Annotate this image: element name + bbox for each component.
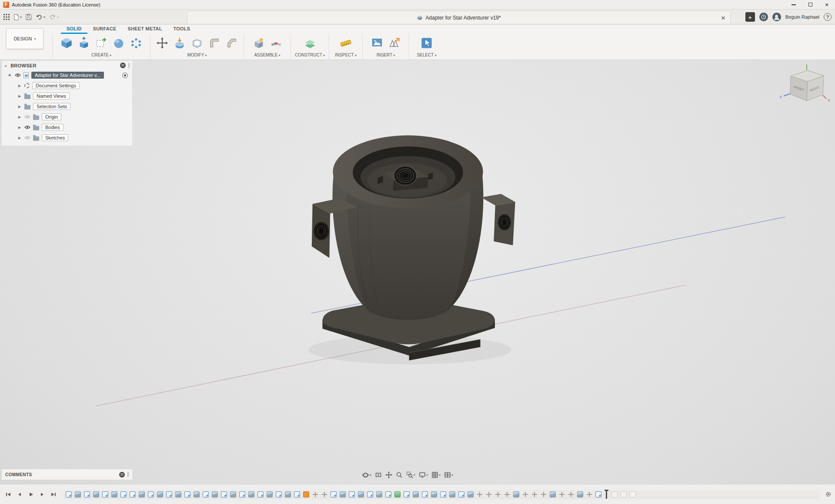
browser-item[interactable]: ▶ Origin — [2, 112, 132, 122]
group-label-insert[interactable]: INSERT — [377, 53, 395, 57]
expand-arrow-icon[interactable]: ▶ — [17, 94, 22, 98]
timeline-feature-icon[interactable] — [321, 491, 327, 497]
timeline-feature-icon[interactable] — [358, 491, 364, 497]
expand-arrow-icon[interactable]: ▶ — [17, 126, 22, 129]
browser-header[interactable]: « BROWSER — [2, 61, 132, 70]
timeline-feature-icon[interactable] — [267, 491, 273, 497]
document-tab[interactable]: Adapter for Star Adventurer v19* ✕ — [187, 11, 731, 24]
redo-icon[interactable]: ▾ — [49, 14, 59, 20]
timeline-feature-icon[interactable] — [568, 491, 574, 497]
insert-mesh-icon[interactable] — [387, 35, 402, 51]
timeline-feature-icon[interactable] — [413, 491, 419, 497]
move-icon[interactable] — [155, 35, 170, 51]
timeline-feature-icon[interactable] — [120, 491, 127, 497]
timeline-settings-gear-icon[interactable] — [825, 491, 832, 497]
group-label-construct[interactable]: CONSTRUCT — [295, 53, 325, 57]
press-pull-icon[interactable] — [172, 35, 187, 51]
group-label-inspect[interactable]: INSPECT — [335, 53, 357, 57]
pan-icon[interactable] — [385, 471, 392, 478]
zoom-icon[interactable] — [396, 471, 403, 478]
timeline-feature-icon[interactable] — [522, 491, 528, 497]
timeline-feature-icon[interactable] — [248, 491, 254, 497]
look-at-icon[interactable] — [375, 471, 382, 478]
browser-item[interactable]: ▶ Document Settings — [2, 80, 132, 91]
timeline-feature-icon[interactable] — [102, 491, 108, 497]
timeline-feature-icon[interactable] — [166, 491, 172, 497]
go-to-start-icon[interactable] — [3, 490, 13, 499]
app-grid-icon[interactable] — [3, 14, 10, 20]
comments-options-icon[interactable] — [119, 472, 125, 477]
browser-item-label[interactable]: Document Settings — [32, 82, 80, 89]
visibility-eye-icon[interactable] — [24, 136, 30, 140]
timeline-feature-icon[interactable] — [340, 491, 346, 497]
timeline-feature-icon[interactable] — [148, 491, 154, 497]
fillet-icon[interactable] — [207, 35, 222, 51]
browser-item-label[interactable]: Named Views — [33, 93, 70, 99]
help-icon[interactable]: ? — [824, 13, 832, 21]
undo-icon[interactable]: ▾ — [36, 14, 45, 20]
visibility-eye-icon[interactable] — [24, 125, 30, 129]
step-back-icon[interactable] — [15, 490, 24, 499]
select-cursor-icon[interactable] — [419, 35, 434, 51]
timeline-feature-icon[interactable] — [75, 491, 81, 497]
insert-canvas-icon[interactable] — [370, 35, 384, 51]
display-settings-icon[interactable]: ▾ — [419, 471, 428, 478]
timeline-feature-icon[interactable] — [312, 491, 318, 497]
root-component-label[interactable]: Adapter for Star Adventurer v... — [31, 72, 104, 79]
timeline-feature-icon[interactable] — [404, 491, 410, 497]
collapse-panel-icon[interactable]: « — [4, 63, 7, 68]
timeline-feature-icon[interactable] — [257, 491, 264, 497]
grid-settings-icon[interactable]: ▾ — [431, 471, 441, 478]
browser-item[interactable]: ▶ Selection Sets — [2, 101, 132, 112]
timeline-feature-icon[interactable] — [504, 491, 510, 497]
browser-item[interactable]: ▶ Sketches — [2, 133, 132, 143]
ribbon-tab[interactable]: SHEET METAL — [122, 25, 168, 34]
minimize-button[interactable] — [785, 0, 802, 9]
timeline-feature-icon[interactable] — [157, 491, 163, 497]
save-icon[interactable] — [26, 14, 32, 20]
comments-drag-handle[interactable] — [127, 472, 129, 477]
job-status-icon[interactable] — [759, 13, 768, 21]
create-sketch-icon[interactable] — [94, 35, 109, 51]
expand-arrow-icon[interactable]: ▶ — [17, 136, 22, 140]
timeline-feature-icon[interactable] — [449, 491, 455, 497]
browser-options-icon[interactable] — [120, 63, 126, 68]
timeline-feature-icon[interactable] — [230, 491, 236, 497]
timeline-feature-icon[interactable] — [111, 491, 117, 497]
group-label-modify[interactable]: MODIFY — [187, 53, 207, 57]
group-label-create[interactable]: CREATE — [91, 53, 111, 57]
timeline-feature-icon[interactable] — [611, 491, 618, 497]
ribbon-tab[interactable]: SOLID — [61, 25, 87, 34]
new-solid-icon[interactable] — [59, 35, 74, 51]
zoom-window-icon[interactable]: ▾ — [406, 471, 415, 478]
timeline-feature-icon[interactable] — [394, 491, 401, 497]
orbit-icon[interactable]: ▾ — [362, 471, 371, 479]
panel-drag-handle[interactable] — [128, 63, 130, 68]
timeline-feature-icon[interactable] — [458, 491, 464, 497]
browser-item[interactable]: ▶ Bodies — [2, 122, 132, 133]
expand-arrow-icon[interactable]: ▶ — [8, 73, 12, 77]
maximize-button[interactable] — [802, 0, 818, 9]
go-to-end-icon[interactable] — [49, 490, 58, 499]
timeline-feature-icon[interactable] — [367, 491, 373, 497]
activate-component-radio[interactable] — [122, 73, 128, 78]
ribbon-tab[interactable]: SURFACE — [87, 25, 122, 34]
browser-item[interactable]: ▶ Named Views — [2, 91, 132, 101]
visibility-eye-icon[interactable] — [15, 73, 21, 77]
measure-icon[interactable] — [338, 35, 353, 51]
timeline-feature-icon[interactable] — [577, 491, 583, 497]
timeline-track[interactable] — [64, 490, 820, 499]
timeline-feature-icon[interactable] — [541, 491, 547, 497]
group-label-assemble[interactable]: ASSEMBLE — [254, 53, 280, 57]
browser-item-label[interactable]: Selection Sets — [33, 103, 70, 110]
expand-arrow-icon[interactable]: ▶ — [17, 105, 22, 109]
timeline-feature-icon[interactable] — [606, 490, 607, 499]
browser-item-label[interactable]: Sketches — [42, 134, 68, 141]
close-button[interactable]: × — [818, 0, 835, 9]
new-component-icon[interactable] — [251, 35, 266, 51]
ribbon-tab[interactable]: TOOLS — [168, 25, 196, 34]
timeline-feature-icon[interactable] — [239, 491, 245, 497]
timeline-feature-icon[interactable] — [486, 491, 492, 497]
timeline-feature-icon[interactable] — [621, 491, 627, 497]
browser-item-label[interactable]: Bodies — [42, 124, 63, 131]
